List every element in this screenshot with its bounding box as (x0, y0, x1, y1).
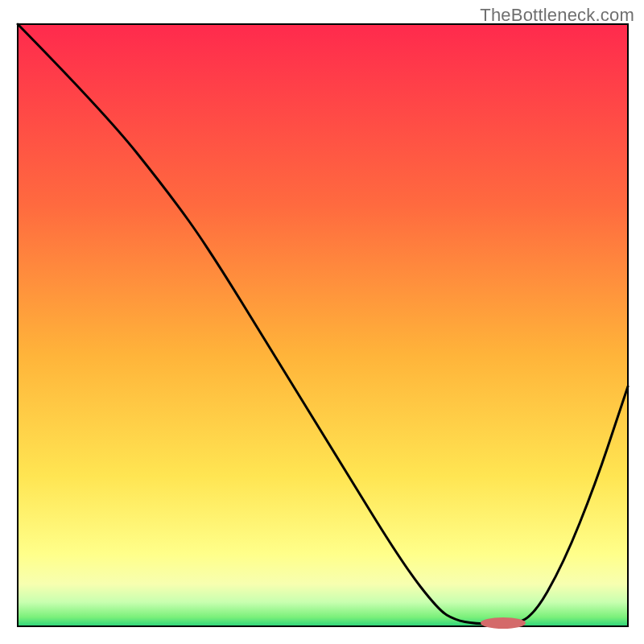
watermark-text: TheBottleneck.com (480, 5, 634, 26)
chart-svg (0, 0, 644, 644)
plot-background (18, 24, 628, 626)
chart-container: TheBottleneck.com (0, 0, 644, 644)
optimal-marker (481, 617, 526, 629)
